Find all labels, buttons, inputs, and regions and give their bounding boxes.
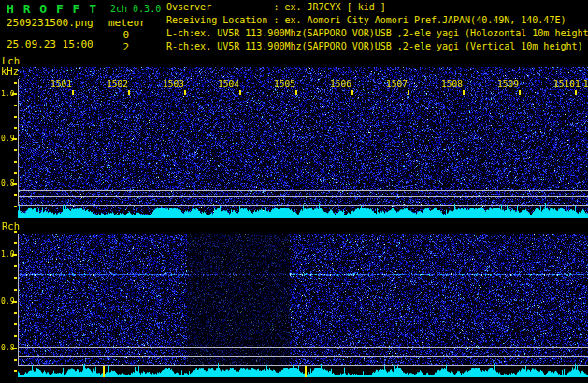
meteor-count-label: meteor [108, 17, 146, 29]
axis-tick [14, 127, 17, 129]
axis-tick [12, 93, 17, 95]
axis-tick [408, 90, 409, 95]
time-label-1505: 1505 [272, 78, 295, 89]
axis-tick [14, 359, 17, 361]
location-line: Receiving Location : ex. Aomori City Aom… [166, 14, 566, 27]
axis-tick [14, 206, 17, 207]
time-label-1501: 1501 [49, 78, 72, 89]
app-version: 2ch 0.3.0 [110, 4, 161, 14]
axis-tick [14, 289, 17, 291]
rch-receiver-line: R-ch:ex. UV5R 113.900Mhz(SAPPORO VOR)USB… [166, 40, 583, 53]
rch-spectrogram [18, 229, 588, 383]
axis-tick [14, 172, 17, 174]
axis-tick [14, 194, 17, 196]
axis-tick [14, 370, 17, 372]
hrofft-window: H R O F F T 2ch 0.3.0 2509231500.png met… [0, 0, 588, 383]
khz-unit-label: kHz [1, 65, 19, 77]
axis-tick [12, 301, 17, 303]
time-label-1509: 1509 [495, 78, 519, 89]
axis-tick [14, 105, 17, 106]
axis-tick [12, 348, 17, 349]
axis-tick [14, 242, 17, 244]
meteor-count-lch: 0 [112, 29, 129, 41]
time-label-1506: 1506 [328, 78, 351, 89]
axis-tick [184, 90, 186, 95]
time-label-1503: 1503 [161, 78, 184, 89]
lch-spectrogram [18, 67, 588, 220]
axis-tick [14, 161, 17, 163]
axis-tick [519, 90, 521, 95]
time-label-1508: 1508 [439, 78, 463, 89]
axis-tick [72, 90, 74, 95]
time-label-1502: 1502 [105, 78, 128, 89]
axis-tick [128, 90, 130, 95]
axis-tick [14, 277, 17, 279]
axis-tick [14, 231, 17, 233]
axis-tick [12, 138, 17, 140]
meteor-count-rch: 2 [112, 41, 129, 53]
time-label-1504: 1504 [216, 78, 239, 89]
axis-tick [463, 90, 465, 95]
lch-receiver-line: L-ch:ex. UV5R 113.900Mhz(SAPPORO VOR)USB… [166, 27, 588, 40]
time-label-1510: 1510 [552, 78, 575, 89]
axis-tick [14, 323, 17, 325]
axis-tick [12, 183, 17, 185]
axis-tick [351, 90, 353, 95]
app-title: H R O F F T [7, 2, 97, 16]
axis-tick [14, 149, 17, 151]
axis-tick [14, 312, 17, 314]
axis-tick [14, 265, 17, 267]
observer-line: Ovserver : ex. JR7CYX [ kid ] [166, 1, 386, 14]
rch-label: Rch [2, 220, 20, 232]
axis-tick [295, 90, 297, 95]
observation-datetime: 25.09.23 15:00 [7, 38, 93, 50]
axis-tick [12, 254, 17, 256]
time-label-clipped: 11 [575, 78, 588, 89]
axis-tick [14, 335, 17, 337]
time-label-1507: 1507 [384, 78, 408, 89]
output-filename: 2509231500.png [7, 17, 93, 29]
axis-tick [14, 116, 17, 118]
axis-tick [239, 90, 241, 95]
axis-tick [14, 82, 17, 84]
axis-tick [575, 90, 577, 95]
